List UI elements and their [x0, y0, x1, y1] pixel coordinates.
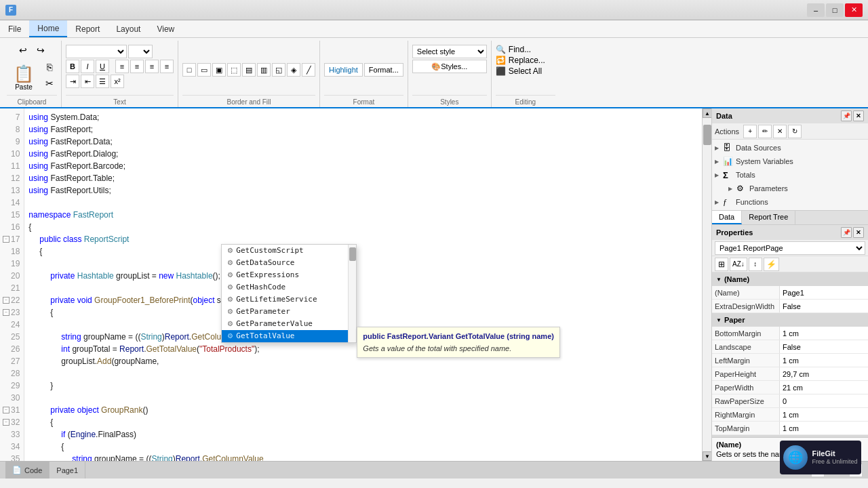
fill-btn-1[interactable]: ▤ — [242, 63, 256, 77]
collapse-btn-22[interactable]: − — [3, 297, 9, 304]
data-refresh-btn[interactable]: ↻ — [788, 125, 802, 138]
props-close-btn[interactable]: ✕ — [853, 227, 864, 238]
autocomplete-item-3[interactable]: ⚙GetHashCode — [222, 281, 356, 293]
superscript-button[interactable]: x² — [111, 75, 124, 88]
undo-button[interactable]: ↩ — [15, 42, 31, 58]
menu-report[interactable]: Report — [67, 20, 108, 37]
close-button[interactable]: ✕ — [845, 3, 863, 17]
code-scrollbar[interactable]: ▲ ▼ — [702, 108, 711, 461]
justify-button[interactable]: ≡ — [160, 60, 174, 73]
menu-layout[interactable]: Layout — [108, 20, 149, 37]
styles-button[interactable]: 🎨 Styles... — [412, 60, 487, 73]
autocomplete-item-5[interactable]: ⚙GetParameter — [222, 306, 356, 318]
menu-file[interactable]: File — [0, 20, 29, 37]
filegit-name: FileGit — [812, 449, 857, 458]
list-button[interactable]: ☰ — [96, 75, 109, 88]
prop-value-bottommargin[interactable]: 1 cm — [780, 327, 868, 340]
prop-value-extradesign[interactable]: False — [780, 300, 868, 312]
autocomplete-dropdown[interactable]: ⚙GetCustomScript ⚙GetDataSource ⚙GetExpr… — [221, 244, 357, 343]
shape-btn[interactable]: ◈ — [287, 63, 300, 77]
format-button[interactable]: Format... — [364, 63, 403, 77]
collapse-btn-32[interactable]: − — [3, 419, 9, 426]
underline-button[interactable]: U — [96, 60, 109, 73]
props-pin-btn[interactable]: 📌 — [841, 227, 852, 238]
menu-view[interactable]: View — [149, 20, 182, 37]
code-editor[interactable]: 7 8 9 10 11 12 13 14 15 16 −17 18 19 20 … — [0, 108, 712, 461]
align-left-button[interactable]: ≡ — [115, 60, 129, 73]
data-tree-totals[interactable]: ▶ Σ Totals — [712, 168, 868, 182]
prop-value-paperheight[interactable]: 29,7 cm — [780, 367, 868, 380]
cut-button[interactable]: ✂ — [42, 76, 57, 91]
line-btn[interactable]: ╱ — [302, 63, 315, 77]
autocomplete-item-1[interactable]: ⚙GetDataSource — [222, 257, 356, 269]
select-all-button[interactable]: ⬛ Select All — [496, 66, 542, 76]
autocomplete-scrollbar[interactable] — [348, 245, 356, 342]
props-sort-az-btn[interactable]: AZ↓ — [730, 258, 747, 271]
collapse-btn-23[interactable]: − — [3, 309, 9, 316]
data-delete-btn[interactable]: ✕ — [773, 125, 787, 138]
italic-button[interactable]: I — [81, 60, 94, 73]
maximize-button[interactable]: □ — [826, 3, 844, 17]
status-tab-page1[interactable]: Page1 — [50, 462, 85, 479]
props-object-select[interactable]: Page1 ReportPage — [715, 241, 865, 255]
autocomplete-item-4[interactable]: ⚙GetLifetimeService — [222, 293, 356, 306]
shadow-btn[interactable]: ◱ — [272, 63, 285, 77]
autocomplete-item-6[interactable]: ⚙GetParameterValue — [222, 318, 356, 330]
border-btn-3[interactable]: ▣ — [212, 63, 226, 77]
data-tree-sysvars[interactable]: ▶ 📊 System Variables — [712, 155, 868, 168]
align-right-button[interactable]: ≡ — [145, 60, 159, 73]
border-btn-1[interactable]: □ — [182, 63, 196, 77]
bold-button[interactable]: B — [66, 60, 79, 73]
align-center-button[interactable]: ≡ — [130, 60, 144, 73]
prop-row-rawpapersize: RawPaperSize 0 — [712, 394, 868, 408]
prop-value-landscape[interactable]: False — [780, 340, 868, 353]
ribbon: ↩ ↪ 📋Paste ⎘ ✂ Clipboard B — [0, 38, 868, 108]
border-btn-2[interactable]: ▭ — [197, 63, 211, 77]
data-tree-functions[interactable]: ▶ ƒ Functions — [712, 195, 868, 209]
data-add-btn[interactable]: + — [743, 125, 757, 138]
data-tree-datasources[interactable]: ▶ 🗄 Data Sources — [712, 141, 868, 155]
prop-name-bottommargin: BottomMargin — [712, 327, 780, 340]
autocomplete-item-7[interactable]: ⚙GetTotalValue — [222, 330, 356, 342]
copy-button[interactable]: ⎘ — [42, 60, 57, 75]
minimize-button[interactable]: – — [807, 3, 825, 17]
highlight-button[interactable]: Highlight — [324, 63, 363, 77]
paste-button[interactable]: 📋Paste — [7, 60, 41, 95]
outdent-button[interactable]: ⇤ — [81, 75, 94, 88]
tab-data[interactable]: Data — [712, 211, 742, 224]
tab-report-tree[interactable]: Report Tree — [742, 211, 795, 224]
collapse-btn-17[interactable]: − — [3, 236, 9, 243]
data-pin-btn[interactable]: 📌 — [841, 110, 852, 121]
scroll-track[interactable] — [703, 118, 711, 451]
replace-button[interactable]: 🔁 Replace... — [496, 56, 545, 65]
status-tab-code[interactable]: 📄 Code — [5, 462, 50, 479]
scroll-thumb[interactable] — [703, 125, 711, 145]
prop-value-topmargin[interactable]: 1 cm — [780, 422, 868, 434]
redo-button[interactable]: ↪ — [33, 42, 49, 58]
props-sort-btn[interactable]: ↕ — [749, 258, 762, 271]
data-tree-parameters[interactable]: ▶ ⚙ Parameters — [712, 182, 868, 195]
autocomplete-item-2[interactable]: ⚙GetExpressions — [222, 269, 356, 281]
menu-home[interactable]: Home — [29, 20, 67, 37]
data-edit-btn[interactable]: ✏ — [758, 125, 772, 138]
border-btn-4[interactable]: ⬚ — [227, 63, 241, 77]
prop-value-rawpapersize[interactable]: 0 — [780, 394, 868, 407]
props-event-btn[interactable]: ⚡ — [764, 258, 779, 271]
indent-button[interactable]: ⇥ — [66, 75, 79, 88]
scroll-down-btn[interactable]: ▼ — [703, 451, 711, 461]
props-grid-btn[interactable]: ⊞ — [715, 258, 728, 271]
prop-value-leftmargin[interactable]: 1 cm — [780, 354, 868, 367]
data-close-btn[interactable]: ✕ — [853, 110, 864, 121]
find-button[interactable]: 🔍 Find... — [496, 45, 531, 54]
style-select[interactable]: Select style — [412, 45, 487, 58]
autocomplete-item-0[interactable]: ⚙GetCustomScript — [222, 245, 356, 257]
prop-value-paperwidth[interactable]: 21 cm — [780, 381, 868, 394]
code-content[interactable]: using System.Data; using FastReport; usi… — [24, 108, 702, 461]
fill-btn-2[interactable]: ▥ — [257, 63, 271, 77]
prop-value-name[interactable]: Page1 — [780, 286, 868, 299]
scroll-up-btn[interactable]: ▲ — [703, 108, 711, 118]
font-size-select[interactable] — [128, 45, 153, 58]
collapse-btn-31[interactable]: − — [3, 407, 9, 413]
prop-value-rightmargin[interactable]: 1 cm — [780, 408, 868, 421]
font-family-select[interactable] — [66, 45, 127, 58]
